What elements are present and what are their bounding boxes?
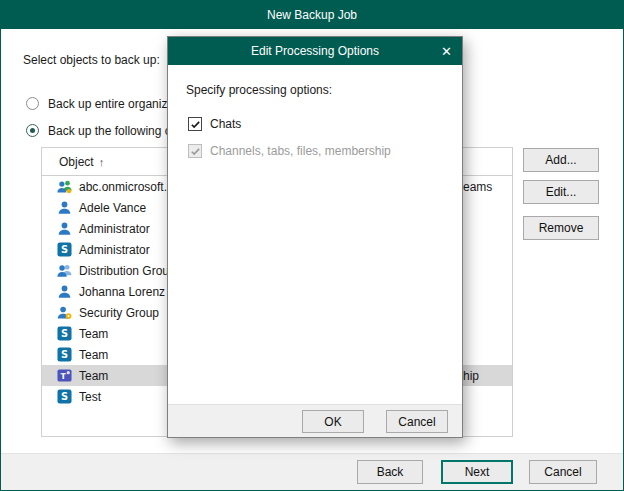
page-heading: Select objects to back up: (23, 53, 160, 67)
new-backup-job-window: New Backup Job Select objects to back up… (0, 0, 624, 491)
checkbox-label: Channels, tabs, files, membership (210, 144, 391, 158)
edit-button[interactable]: Edit... (523, 180, 599, 204)
user-icon (57, 200, 72, 215)
svg-text:S: S (61, 244, 68, 255)
object-name: Test (79, 390, 101, 404)
wizard-footer: Back Next Cancel (1, 453, 624, 491)
teams-icon: T (57, 368, 72, 383)
object-detail-fragment: hip (463, 369, 479, 383)
security-group-icon (57, 305, 72, 320)
object-name: Team (79, 327, 108, 341)
processing-option-row: Channels, tabs, files, membership (188, 143, 391, 159)
sort-ascending-icon: ↑ (99, 156, 105, 168)
processing-option-row[interactable]: Chats (188, 116, 391, 132)
column-header-label: Object (59, 155, 94, 169)
ok-button[interactable]: OK (302, 410, 364, 433)
object-name: Team (79, 369, 108, 383)
wizard-cancel-button[interactable]: Cancel (529, 460, 597, 484)
svg-text:S: S (61, 328, 68, 339)
svg-text:T: T (60, 372, 66, 381)
edit-processing-options-dialog: Edit Processing Options ✕ Specify proces… (167, 36, 463, 438)
back-button[interactable]: Back (357, 460, 423, 484)
sharepoint-site-icon: S (57, 326, 72, 341)
object-detail-fragment: eams (463, 180, 492, 194)
dialog-titlebar: Edit Processing Options ✕ (168, 37, 462, 65)
sharepoint-site-icon: S (57, 389, 72, 404)
dialog-prompt: Specify processing options: (186, 83, 332, 97)
svg-text:S: S (61, 349, 68, 360)
object-name: Johanna Lorenz (79, 285, 165, 299)
close-icon[interactable]: ✕ (441, 37, 452, 65)
processing-options-list: ChatsChannels, tabs, files, membership (188, 116, 391, 159)
svg-text:S: S (61, 391, 68, 402)
object-name: Team (79, 348, 108, 362)
organization-icon (57, 179, 72, 194)
sharepoint-site-icon: S (57, 242, 72, 257)
sharepoint-site-icon: S (57, 347, 72, 362)
object-name: Security Group (79, 306, 159, 320)
window-titlebar: New Backup Job (1, 1, 623, 29)
user-icon (57, 221, 72, 236)
dialog-title: Edit Processing Options (251, 44, 379, 58)
user-icon (57, 284, 72, 299)
object-name: Adele Vance (79, 201, 146, 215)
checkbox-checked-icon (188, 144, 202, 158)
add-button[interactable]: Add... (523, 148, 599, 172)
remove-button[interactable]: Remove (523, 216, 599, 240)
object-name: Distribution Group (79, 264, 176, 278)
radio-unselected-icon (26, 97, 39, 110)
dialog-footer: OK Cancel (168, 404, 462, 437)
checkbox-label: Chats (210, 117, 241, 131)
object-name: Administrator (79, 243, 150, 257)
next-button[interactable]: Next (441, 460, 513, 484)
radio-selected-icon (26, 124, 39, 137)
checkbox-checked-icon[interactable] (188, 117, 202, 131)
window-title: New Backup Job (267, 8, 357, 22)
object-name: Administrator (79, 222, 150, 236)
distribution-group-icon (57, 263, 72, 278)
dialog-cancel-button[interactable]: Cancel (386, 410, 448, 433)
